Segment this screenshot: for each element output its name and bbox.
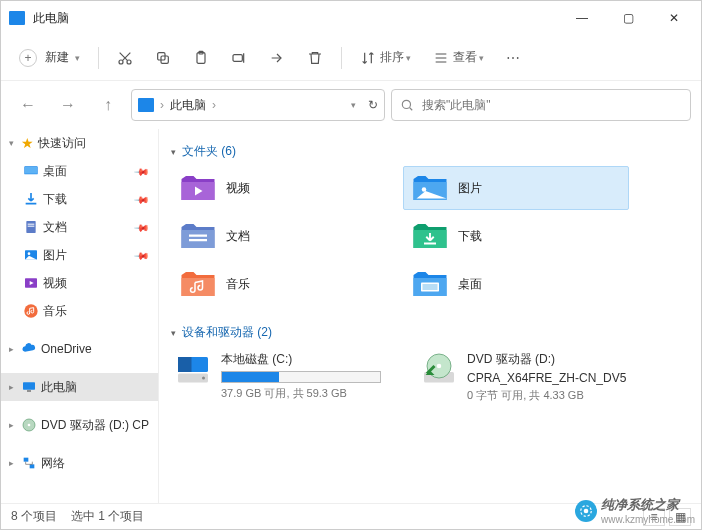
svg-point-1 (127, 60, 131, 64)
sidebar-item-downloads[interactable]: 下载 📌 (1, 185, 158, 213)
sidebar-item-this-pc[interactable]: ▸ 此电脑 (1, 373, 158, 401)
group-drives-header[interactable]: ▾ 设备和驱动器 (2) (159, 318, 701, 347)
maximize-button[interactable]: ▢ (605, 2, 651, 34)
drive-c[interactable]: 本地磁盘 (C:) 37.9 GB 可用, 共 59.3 GB (171, 347, 411, 407)
delete-button[interactable] (299, 42, 331, 74)
hdd-icon (175, 351, 211, 387)
desktop-folder-icon (412, 268, 448, 300)
svg-rect-17 (23, 382, 35, 389)
drive-details: 37.9 GB 可用, 共 59.3 GB (221, 386, 381, 401)
sidebar-item-network[interactable]: ▸ 网络 (1, 449, 158, 477)
video-icon (23, 275, 39, 291)
view-button[interactable]: 查看 ▾ (425, 42, 492, 74)
download-icon (23, 191, 39, 207)
sidebar-item-label: DVD 驱动器 (D:) CP (41, 417, 149, 434)
sidebar-item-onedrive[interactable]: ▸ OneDrive (1, 335, 158, 363)
star-icon: ★ (21, 135, 34, 151)
selected-count: 选中 1 个项目 (71, 508, 144, 525)
drive-name: DVD 驱动器 (D:) (467, 351, 626, 368)
back-button[interactable]: ← (11, 88, 45, 122)
drive-capacity-bar (221, 371, 381, 383)
chevron-right-icon: › (160, 98, 164, 112)
folder-label: 桌面 (458, 276, 482, 293)
sidebar-item-documents[interactable]: 文档 📌 (1, 213, 158, 241)
video-folder-icon (180, 172, 216, 204)
folder-videos[interactable]: 视频 (171, 166, 397, 210)
forward-button[interactable]: → (51, 88, 85, 122)
group-folders-header[interactable]: ▾ 文件夹 (6) (159, 137, 701, 166)
svg-rect-9 (25, 167, 37, 174)
folder-label: 图片 (458, 180, 482, 197)
content-pane: ▾ 文件夹 (6) 视频 图片 文档 下载 音乐 (159, 129, 701, 503)
search-box[interactable] (391, 89, 691, 121)
close-button[interactable]: ✕ (651, 2, 697, 34)
chevron-right-icon: ▸ (5, 458, 17, 468)
sidebar-item-label: OneDrive (41, 342, 92, 356)
folder-pictures[interactable]: 图片 (403, 166, 629, 210)
disc-icon (21, 417, 37, 433)
sidebar-item-label: 音乐 (43, 303, 67, 320)
more-button[interactable]: ⋯ (498, 42, 528, 74)
rename-button[interactable] (223, 42, 255, 74)
chevron-down-icon: ▾ (406, 53, 411, 63)
folder-downloads[interactable]: 下载 (403, 214, 629, 258)
search-input[interactable] (422, 98, 682, 112)
rename-icon (231, 50, 247, 66)
folder-music[interactable]: 音乐 (171, 262, 397, 306)
copy-icon (155, 50, 171, 66)
folder-grid: 视频 图片 文档 下载 音乐 桌面 (159, 166, 701, 318)
sidebar-item-videos[interactable]: 视频 (1, 269, 158, 297)
sidebar-item-label: 下载 (43, 191, 67, 208)
folder-documents[interactable]: 文档 (171, 214, 397, 258)
sidebar-item-desktop[interactable]: 桌面 📌 (1, 157, 158, 185)
paste-icon (193, 50, 209, 66)
document-icon (23, 219, 39, 235)
pin-icon: 📌 (134, 247, 150, 263)
sidebar-item-pictures[interactable]: 图片 📌 (1, 241, 158, 269)
chevron-down-icon[interactable]: ▾ (351, 100, 356, 110)
drive-sub: CPRA_X64FRE_ZH-CN_DV5 (467, 371, 626, 385)
group-label: 设备和驱动器 (2) (182, 324, 272, 341)
drive-d[interactable]: DVD 驱动器 (D:) CPRA_X64FRE_ZH-CN_DV5 0 字节 … (417, 347, 657, 407)
cloud-icon (21, 341, 37, 357)
address-bar[interactable]: › 此电脑 › ▾ ↻ (131, 89, 385, 121)
pin-icon: 📌 (134, 219, 150, 235)
view-label: 查看 (453, 49, 477, 66)
toolbar: + 新建 ▾ 排序 ▾ 查看 ▾ ⋯ (1, 35, 701, 81)
folder-desktop[interactable]: 桌面 (403, 262, 629, 306)
sidebar-item-label: 网络 (41, 455, 65, 472)
sidebar-item-label: 文档 (43, 219, 67, 236)
picture-icon (23, 247, 39, 263)
chevron-right-icon: ▸ (5, 420, 17, 430)
drive-grid: 本地磁盘 (C:) 37.9 GB 可用, 共 59.3 GB DVD 驱动器 … (159, 347, 701, 407)
copy-button[interactable] (147, 42, 179, 74)
drive-name: 本地磁盘 (C:) (221, 351, 381, 368)
breadcrumb[interactable]: 此电脑 (170, 97, 206, 114)
folder-label: 文档 (226, 228, 250, 245)
watermark-url: www.kzmyhome.com (601, 514, 695, 525)
separator (341, 47, 342, 69)
sidebar-item-quick-access[interactable]: ▾ ★ 快速访问 (1, 129, 158, 157)
sidebar-item-dvd[interactable]: ▸ DVD 驱动器 (D:) CP (1, 411, 158, 439)
nav-row: ← → ↑ › 此电脑 › ▾ ↻ (1, 81, 701, 129)
up-button[interactable]: ↑ (91, 88, 125, 122)
item-count: 8 个项目 (11, 508, 57, 525)
new-button[interactable]: + 新建 ▾ (11, 42, 88, 74)
paste-button[interactable] (185, 42, 217, 74)
share-button[interactable] (261, 42, 293, 74)
sidebar: ▾ ★ 快速访问 桌面 📌 下载 📌 文档 📌 图片 📌 视频 (1, 129, 159, 503)
desktop-icon (23, 163, 39, 179)
quick-access-label: 快速访问 (38, 135, 86, 152)
chevron-down-icon: ▾ (171, 328, 176, 338)
sort-button[interactable]: 排序 ▾ (352, 42, 419, 74)
minimize-button[interactable]: — (559, 2, 605, 34)
svg-rect-25 (189, 239, 207, 241)
cut-button[interactable] (109, 42, 141, 74)
sidebar-item-label: 视频 (43, 275, 67, 292)
chevron-down-icon: ▾ (171, 147, 176, 157)
sidebar-item-music[interactable]: 音乐 (1, 297, 158, 325)
svg-rect-6 (233, 54, 242, 61)
sort-label: 排序 (380, 49, 404, 66)
picture-folder-icon (412, 172, 448, 204)
refresh-button[interactable]: ↻ (368, 98, 378, 112)
